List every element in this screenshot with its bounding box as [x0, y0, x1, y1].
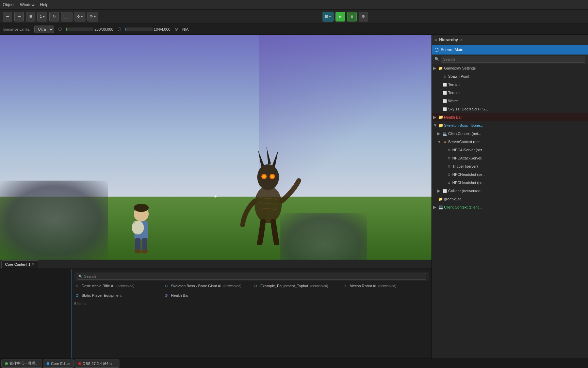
- taskbar-item-1[interactable]: Core Editor: [43, 359, 74, 368]
- redo-button[interactable]: ↪: [14, 12, 24, 21]
- select-button[interactable]: ⛶ ▾: [61, 12, 72, 21]
- pause-button[interactable]: ⏸: [347, 12, 357, 21]
- taskbar-dot-0: [5, 362, 8, 365]
- undo-button[interactable]: ↩: [3, 12, 12, 21]
- content-item-2[interactable]: ⊙ Example_Equipment_Tophat (networked): [253, 282, 340, 289]
- icon-green21st: 📁: [438, 197, 443, 201]
- label-npchead2: NPCHeadshot (se...: [452, 181, 486, 185]
- memory-bar: [66, 28, 93, 31]
- hierarchy-icon: ≡: [435, 37, 437, 42]
- arrow-serverctx: ▼: [437, 139, 441, 144]
- content-grid: ⊙ Destructible Rifle AI (networked) ⊙ Sk…: [74, 282, 429, 299]
- perf-dropdown[interactable]: Ultra: [34, 26, 54, 33]
- menu-window[interactable]: Window: [20, 2, 35, 7]
- stats-bar: formance Limits: Ultra ⬡ 260/30,000 ⬡ 10…: [0, 24, 588, 35]
- hierarchy-search-input[interactable]: [441, 56, 585, 63]
- icon-collider: ⬜: [442, 188, 447, 193]
- hierarchy-title: Hierarchy: [439, 37, 458, 42]
- scene-name: Scene: Main: [441, 47, 463, 52]
- toolbar: ↩ ↪ ⊞ 1 ▾ ↻ ⛶ ▾ ✛ ▾ ⟳ ▾ ⊞ ▾ ▶ ⏸ ⚙: [0, 10, 588, 24]
- tree-item-npchead1[interactable]: ⚙ NPCHeadshot (se...: [440, 170, 588, 179]
- icon-sky: ⬜: [442, 107, 447, 111]
- grid-button[interactable]: ⊞: [26, 12, 35, 21]
- menu-bar: Object Window Help: [0, 0, 588, 10]
- content-item-4[interactable]: ⊙ Health Bar: [164, 292, 250, 299]
- icon-clientctx: 💻: [442, 131, 447, 136]
- label-sky: Sky 11: Doc's Sci Fi S...: [448, 107, 488, 111]
- taskbar-item-0[interactable]: 创作中心 - 哩哩...: [1, 359, 42, 368]
- arrow-healthbar: ▶: [433, 115, 437, 120]
- ci-icon-5: ⊙: [342, 283, 348, 289]
- memory-value: 260/30,000: [95, 27, 113, 31]
- icon-spawn: ⊙: [442, 74, 447, 79]
- label-gameplay: Gameplay Settings: [444, 66, 476, 70]
- bottom-sidebar: [0, 269, 71, 358]
- tree-item-npcattack[interactable]: ⚙ NPCAttackServer...: [440, 154, 588, 162]
- tree-item-trigger[interactable]: ⚙ Trigger (server): [440, 162, 588, 170]
- toolbar-center: ⊞ ▾ ▶ ⏸ ⚙: [323, 12, 368, 21]
- perf-label: formance Limits:: [3, 27, 30, 31]
- tree-item-npcai[interactable]: ⚙ NPCAIServer (ser...: [440, 146, 588, 154]
- hierarchy-search-bar: 🔍: [432, 55, 588, 64]
- label-collider: Collider (networked...: [448, 189, 484, 193]
- items-count: 6 Items: [74, 300, 429, 307]
- tree-item-clientctx[interactable]: ▶ 💻 ClientContext (net...: [436, 129, 588, 138]
- player-character: [121, 194, 162, 255]
- tree-item-npchead2[interactable]: ⚙ NPCHeadshot (se...: [440, 179, 588, 187]
- svg-marker-7: [272, 150, 278, 167]
- ci-label-3: Static Player Equipment: [82, 293, 121, 297]
- content-item-3[interactable]: ⊙ Static Player Equipment: [74, 292, 161, 299]
- taskbar-dot-2: [78, 362, 81, 365]
- tree-item-gameplay-settings[interactable]: ▶ 📁 Gameplay Settings: [432, 64, 588, 72]
- ci-tag-5: (networked): [378, 284, 396, 288]
- tree-item-terrain2[interactable]: ⬜ Terrain: [436, 89, 588, 97]
- refresh-button[interactable]: ↻: [49, 12, 59, 21]
- taskbar-item-2[interactable]: OBS 27.2.4 (64-bi...: [75, 359, 119, 368]
- tree-item-water[interactable]: ⬜ Water: [436, 97, 588, 105]
- tab-close-button[interactable]: ×: [32, 262, 34, 267]
- bottom-search-input[interactable]: [77, 273, 426, 280]
- tree-item-collider[interactable]: ▶ ⬜ Collider (networked...: [436, 187, 588, 195]
- menu-help[interactable]: Help: [40, 2, 48, 7]
- tree-item-green21st[interactable]: 📁 green21st: [432, 195, 588, 203]
- hierarchy-scene-row[interactable]: ⬡ Scene: Main: [432, 45, 588, 55]
- hierarchy-close[interactable]: ×: [460, 37, 463, 43]
- icon-water: ⬜: [442, 98, 447, 103]
- icon-gameplay: 📁: [438, 66, 443, 71]
- taskbar-label-0: 创作中心 - 哩哩...: [10, 361, 38, 366]
- content-item-1[interactable]: ⊙ Skeleton Boss - Bone Giant AI (network…: [164, 282, 250, 289]
- play-button[interactable]: ▶: [336, 12, 345, 21]
- menu-object[interactable]: Object: [3, 2, 15, 7]
- tree-item-skeleton[interactable]: ▼ 📁 Skeleton Boss - Bone...: [432, 121, 588, 129]
- label-npchead1: NPCHeadshot (se...: [452, 172, 486, 177]
- content-item-5[interactable]: ⊙ Mecha Robot AI (networked): [342, 282, 429, 289]
- separator-1: [102, 13, 102, 21]
- move-button[interactable]: ✛ ▾: [75, 12, 85, 21]
- settings-button[interactable]: ⚙: [359, 12, 368, 21]
- tab-core-content[interactable]: Core Content 1 ×: [1, 260, 38, 269]
- tree-item-clientctx2[interactable]: ▶ 💻 Client Context (client...: [432, 203, 588, 211]
- rotate-button[interactable]: ⟳ ▾: [87, 12, 98, 21]
- tree-item-sky[interactable]: ⬜ Sky 11: Doc's Sci Fi S...: [436, 105, 588, 113]
- icon-trigger: ⚙: [446, 164, 451, 169]
- tree-item-terrain1[interactable]: ⬜ Terrain: [436, 80, 588, 89]
- svg-point-11: [271, 175, 274, 178]
- label-water: Water: [448, 99, 458, 103]
- tree-item-serverctx[interactable]: ▼ 🖥 ServerContext (net...: [436, 138, 588, 146]
- label-green21st: green21st: [444, 197, 461, 201]
- svg-point-4: [257, 164, 279, 190]
- content-item-0[interactable]: ⊙ Destructible Rifle AI (networked): [74, 282, 161, 289]
- arrow-skeleton: ▼: [433, 123, 437, 128]
- monster-figure: [234, 136, 302, 245]
- net-fill: [126, 28, 126, 31]
- num-dropdown[interactable]: 1 ▾: [37, 12, 47, 21]
- tree-item-healthbar[interactable]: ▶ 📁 Health Bar: [432, 113, 588, 121]
- taskbar: 创作中心 - 哩哩... Core Editor OBS 27.2.4 (64-…: [0, 358, 588, 368]
- tab-label: Core Content 1: [5, 262, 31, 266]
- scene-icon: ⬡: [435, 47, 439, 52]
- tree-item-spawn[interactable]: ⊙ Spawn Point: [436, 72, 588, 80]
- taskbar-label-2: OBS 27.2.4 (64-bi...: [83, 362, 116, 366]
- bottom-content: 🔍 ⊙ Destructible Rifle AI (networked) ⊙ …: [0, 269, 431, 358]
- display-button[interactable]: ⊞ ▾: [323, 12, 333, 21]
- ci-icon-0: ⊙: [74, 283, 80, 289]
